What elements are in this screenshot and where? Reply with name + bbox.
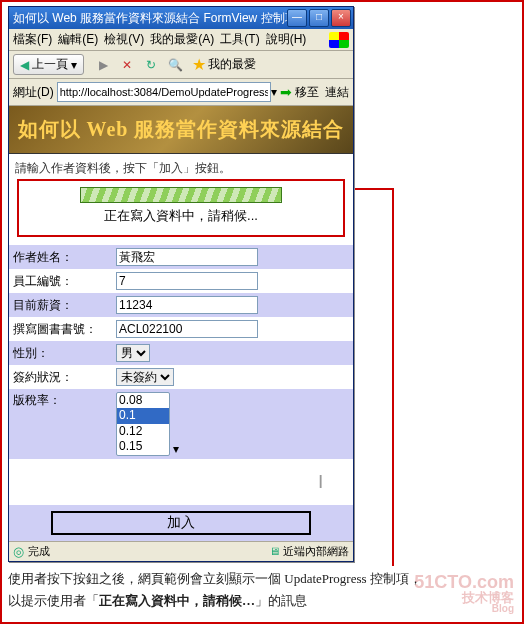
salary-input[interactable]	[116, 296, 258, 314]
minimize-button[interactable]: —	[287, 9, 307, 27]
book-no-input[interactable]	[116, 320, 258, 338]
chevron-down-icon: ▾	[71, 58, 77, 72]
salary-label: 目前薪資：	[9, 293, 112, 317]
watermark: 51CTO.com 技术博客 Blog	[414, 573, 514, 614]
contract-label: 簽約狀況：	[9, 365, 112, 389]
gender-select[interactable]: 男	[116, 344, 150, 362]
page-banner: 如何以 Web 服務當作資料來源結合	[9, 106, 353, 154]
gender-label: 性別：	[9, 341, 112, 365]
window-title: 如何以 Web 服務當作資料來源結合 FormView 控制項新增...	[13, 10, 287, 27]
menu-file[interactable]: 檔案(F)	[13, 31, 52, 48]
progress-bar	[80, 187, 282, 203]
forward-button[interactable]: ▶	[94, 56, 112, 74]
go-arrow-icon[interactable]: ➡	[280, 84, 292, 100]
author-name-input[interactable]	[116, 248, 258, 266]
dropdown-icon[interactable]: ▾	[271, 85, 277, 99]
menu-view[interactable]: 檢視(V)	[104, 31, 144, 48]
windows-flag-icon	[329, 32, 349, 48]
back-label: 上一頁	[32, 56, 68, 73]
text-cursor-area[interactable]: Ⅰ	[9, 459, 353, 505]
status-done: 完成	[28, 544, 50, 559]
browser-window: 如何以 Web 服務當作資料來源結合 FormView 控制項新增... — □…	[8, 6, 354, 562]
status-zone: 近端內部網路	[283, 544, 349, 559]
url-input[interactable]	[57, 82, 271, 102]
menu-help[interactable]: 說明(H)	[266, 31, 307, 48]
royalty-listbox[interactable]: 0.08 0.1 0.12 0.15	[116, 392, 170, 456]
titlebar: 如何以 Web 服務當作資料來源結合 FormView 控制項新增... — □…	[9, 7, 353, 29]
toolbar: ◀ 上一頁 ▾ ▶ ✕ ↻ 🔍 ★ 我的最愛	[9, 51, 353, 79]
update-progress-panel: 正在寫入資料中，請稍候...	[17, 179, 345, 237]
search-button[interactable]: 🔍	[166, 56, 184, 74]
emp-no-input[interactable]	[116, 272, 258, 290]
done-icon: ◎	[13, 544, 24, 559]
menubar: 檔案(F) 編輯(E) 檢視(V) 我的最愛(A) 工具(T) 說明(H)	[9, 29, 353, 51]
page-content: 如何以 Web 服務當作資料來源結合 請輸入作者資料後，按下「加入」按鈕。 正在…	[9, 106, 353, 541]
back-button[interactable]: ◀ 上一頁 ▾	[13, 54, 84, 75]
zone-icon: 🖥	[269, 545, 280, 557]
address-bar: 網址(D) ▾ ➡ 移至 連結	[9, 79, 353, 106]
progress-text: 正在寫入資料中，請稍候...	[23, 207, 339, 225]
author-name-label: 作者姓名：	[9, 245, 112, 269]
chevron-down-icon: ▾	[173, 442, 179, 456]
form-table: 作者姓名： 員工編號： 目前薪資： 撰寫圖書書號： 性別： 男	[9, 245, 353, 541]
emp-no-label: 員工編號：	[9, 269, 112, 293]
stop-button[interactable]: ✕	[118, 56, 136, 74]
menu-tools[interactable]: 工具(T)	[220, 31, 259, 48]
contract-select[interactable]: 未簽約	[116, 368, 174, 386]
go-label[interactable]: 移至	[295, 84, 319, 101]
refresh-button[interactable]: ↻	[142, 56, 160, 74]
address-label: 網址(D)	[13, 84, 54, 101]
status-bar: ◎ 完成 🖥 近端內部網路	[9, 541, 353, 561]
close-button[interactable]: ×	[331, 9, 351, 27]
menu-edit[interactable]: 編輯(E)	[58, 31, 98, 48]
book-no-label: 撰寫圖書書號：	[9, 317, 112, 341]
star-icon: ★	[190, 56, 208, 74]
instruction-text: 請輸入作者資料後，按下「加入」按鈕。	[9, 154, 353, 179]
menu-favorites[interactable]: 我的最愛(A)	[150, 31, 214, 48]
links-label[interactable]: 連結	[325, 84, 349, 101]
back-arrow-icon: ◀	[20, 58, 29, 72]
add-button[interactable]: 加入	[51, 511, 311, 535]
favorites-label[interactable]: 我的最愛	[208, 56, 256, 73]
maximize-button[interactable]: □	[309, 9, 329, 27]
royalty-label: 版稅率：	[9, 389, 112, 459]
